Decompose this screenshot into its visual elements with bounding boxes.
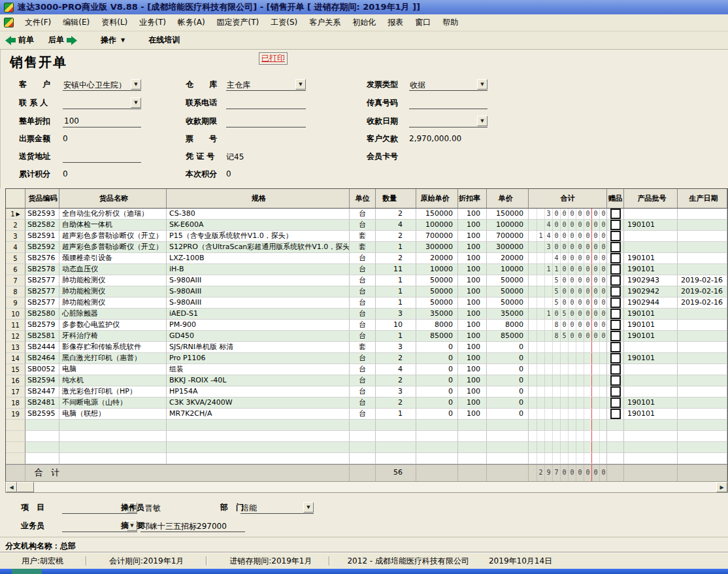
gift-checkbox[interactable] bbox=[610, 231, 621, 241]
customer-combobox[interactable]: 安镇中心卫生院） ▼ bbox=[63, 78, 141, 91]
scroll-track[interactable] bbox=[34, 482, 716, 492]
grid-header-cell[interactable]: 生产日期 bbox=[678, 189, 727, 209]
menu-payroll[interactable]: 工资(S) bbox=[271, 17, 297, 28]
gift-checkbox[interactable] bbox=[610, 209, 621, 219]
dropdown-arrow-icon[interactable]: ▼ bbox=[295, 79, 306, 90]
scroll-left-button[interactable]: ◀ bbox=[6, 482, 17, 492]
gift-checkbox[interactable] bbox=[610, 386, 621, 397]
cell-pdate bbox=[678, 453, 727, 464]
delivery-address-field[interactable] bbox=[63, 150, 141, 163]
gift-checkbox[interactable] bbox=[610, 331, 621, 341]
empty-row[interactable] bbox=[6, 431, 727, 442]
gift-checkbox[interactable] bbox=[610, 264, 621, 275]
grid-header-cell[interactable]: 单价 bbox=[487, 189, 529, 209]
table-row[interactable]: 5SB2576颈腰椎牵引设备LXZ-100B台22000010020000400… bbox=[6, 253, 727, 264]
empty-row[interactable] bbox=[6, 420, 727, 431]
table-row[interactable]: 17SB2447激光彩色打印机（HP）HP154A台301000 bbox=[6, 386, 727, 397]
gift-checkbox[interactable] bbox=[610, 275, 621, 286]
table-row[interactable]: 4SB2592超声彩色多普勒诊断仪（开立）S12PRO（含UltraScan彩超… bbox=[6, 242, 727, 253]
gift-checkbox[interactable] bbox=[610, 364, 621, 375]
menu-data[interactable]: 资料(L) bbox=[101, 17, 127, 28]
menu-fixed-assets[interactable]: 固定资产(T) bbox=[217, 17, 259, 28]
table-row[interactable]: 7SB2577肺功能检测仪S-980AIII台15000010050000500… bbox=[6, 275, 727, 286]
cell-spec: S-980AIII bbox=[167, 297, 350, 309]
prev-order-button[interactable]: 前单 bbox=[5, 35, 37, 46]
gift-checkbox[interactable] bbox=[610, 297, 621, 308]
menu-business[interactable]: 业务(T) bbox=[139, 17, 166, 28]
menu-reports[interactable]: 报表 bbox=[388, 17, 403, 28]
grid-header-cell[interactable]: 单位 bbox=[350, 189, 376, 209]
fax-field[interactable] bbox=[409, 97, 488, 109]
table-row[interactable]: 8SB2577肺功能检测仪S-980AIII台15000010050000500… bbox=[6, 286, 727, 297]
grid-header-cell[interactable]: 产品批号 bbox=[624, 189, 678, 209]
grid-header-cell[interactable]: 原始单价 bbox=[416, 189, 458, 209]
table-row[interactable]: 14SB2464黑白激光打印机（惠普）Pro P1106台20100019010… bbox=[6, 353, 727, 364]
table-row[interactable]: 12SB2581牙科治疗椅GD450台185000100850008500000… bbox=[6, 331, 727, 342]
gift-checkbox[interactable] bbox=[610, 353, 621, 363]
grid-header-cell[interactable]: 合计 bbox=[529, 189, 607, 209]
cell-orig: 20000 bbox=[416, 253, 458, 264]
cell-name: 超声彩色多普勒诊断仪（开立） bbox=[59, 242, 167, 253]
warehouse-combobox[interactable]: 主仓库 ▼ bbox=[226, 78, 306, 91]
dropdown-arrow-icon[interactable]: ▼ bbox=[131, 79, 141, 90]
dropdown-arrow-icon[interactable]: ▼ bbox=[303, 502, 314, 513]
empty-row[interactable] bbox=[6, 442, 727, 453]
scroll-thumb[interactable] bbox=[17, 482, 34, 492]
gift-checkbox[interactable] bbox=[610, 253, 621, 263]
next-order-button[interactable]: 后单 bbox=[46, 35, 77, 46]
status-date: 2019年10月14日 bbox=[489, 556, 552, 567]
payment-date-combobox[interactable]: ▼ bbox=[409, 115, 488, 127]
menu-accounting[interactable]: 帐务(A) bbox=[178, 17, 205, 28]
dropdown-arrow-icon[interactable]: ▼ bbox=[131, 97, 141, 108]
gift-checkbox[interactable] bbox=[610, 320, 621, 330]
menu-help[interactable]: 帮助 bbox=[442, 17, 458, 28]
table-row[interactable]: 2SB2582自助体检一体机SK-E600A台41000001001000004… bbox=[6, 220, 727, 231]
payment-term-field[interactable] bbox=[226, 115, 306, 127]
gift-checkbox[interactable] bbox=[610, 242, 621, 252]
table-row[interactable]: 3SB2591超声彩色多普勒诊断仪（开立）P15（含专业版系统软件V1.0，探头… bbox=[6, 231, 727, 242]
menu-init[interactable]: 初始化 bbox=[352, 17, 376, 28]
table-row[interactable]: 10SB2580心脏除颤器iAED-S1台3350001003500010500… bbox=[6, 309, 727, 320]
table-row[interactable]: 16SB2594纯水机BKKJ -ROIX -40L台201000 bbox=[6, 375, 727, 386]
gift-checkbox[interactable] bbox=[610, 286, 621, 297]
table-row[interactable]: 9SB2577肺功能检测仪S-980AIII台15000010050000500… bbox=[6, 297, 727, 309]
table-row[interactable]: 15SB0052电脑组装台401000 bbox=[6, 364, 727, 375]
grid-header-cell[interactable]: 规格 bbox=[167, 189, 350, 209]
contact-combobox[interactable]: ▼ bbox=[63, 97, 141, 109]
gift-checkbox[interactable] bbox=[610, 375, 621, 386]
invoice-type-combobox[interactable]: 收据 ▼ bbox=[409, 78, 488, 91]
table-row[interactable]: 13SB2444影像存贮和传输系统软件SJS/RNI单机版 标清套301000 bbox=[6, 342, 727, 353]
empty-row[interactable] bbox=[6, 453, 727, 464]
gift-checkbox[interactable] bbox=[610, 397, 621, 408]
summary-field[interactable]: 邛崃十三五招标297000 bbox=[141, 520, 245, 532]
table-row[interactable]: 1▶SB2593全自动生化分析仪（迪瑞）CS-380台2150000100150… bbox=[6, 209, 727, 220]
table-row[interactable]: 6SB2578动态血压仪iH-B台11100001001000011000000… bbox=[6, 264, 727, 275]
menu-crm[interactable]: 客户关系 bbox=[309, 17, 340, 28]
menu-file[interactable]: 文件(F) bbox=[25, 17, 51, 28]
table-row[interactable]: 18SB2481不间断电源（山特）C3K 3KVA/2400W台20100019… bbox=[6, 397, 727, 409]
grid-header-cell[interactable]: 数量 bbox=[376, 189, 416, 209]
dropdown-arrow-icon[interactable]: ▼ bbox=[477, 116, 488, 126]
dropdown-arrow-icon[interactable]: ▼ bbox=[477, 79, 488, 90]
phone-field[interactable] bbox=[226, 97, 306, 109]
table-row[interactable]: 19SB2595电脑（联想）MR7K2CH/A台101000190101 bbox=[6, 409, 727, 420]
menu-edit[interactable]: 编辑(E) bbox=[63, 17, 90, 28]
horizontal-scrollbar[interactable]: ◀ ▶ bbox=[5, 481, 728, 493]
gift-checkbox[interactable] bbox=[610, 309, 621, 319]
online-training-button[interactable]: 在线培训 bbox=[146, 35, 182, 46]
current-points-value: 0 bbox=[226, 169, 231, 178]
grid-header-cell[interactable]: 货品名称 bbox=[59, 189, 167, 209]
grid-header-cell[interactable]: 赠品 bbox=[607, 189, 624, 209]
gift-checkbox[interactable] bbox=[610, 342, 621, 352]
scroll-right-button[interactable]: ▶ bbox=[716, 482, 727, 492]
gift-checkbox[interactable] bbox=[610, 220, 621, 230]
department-combobox[interactable]: 培能 ▼ bbox=[240, 501, 314, 514]
gift-checkbox[interactable] bbox=[610, 409, 621, 419]
table-row[interactable]: 11SB2579多参数心电监护仪PM-900台10800010080008000… bbox=[6, 320, 727, 331]
payment-term-label: 收款期限 bbox=[186, 116, 217, 127]
discount-field[interactable]: 100 bbox=[63, 115, 141, 127]
menu-window[interactable]: 窗口 bbox=[415, 17, 431, 28]
action-menu-button[interactable]: 操作 ▼ bbox=[98, 35, 125, 46]
grid-header-cell[interactable]: 货品编码 bbox=[25, 189, 59, 209]
grid-header-cell[interactable]: 折扣率 bbox=[458, 189, 487, 209]
